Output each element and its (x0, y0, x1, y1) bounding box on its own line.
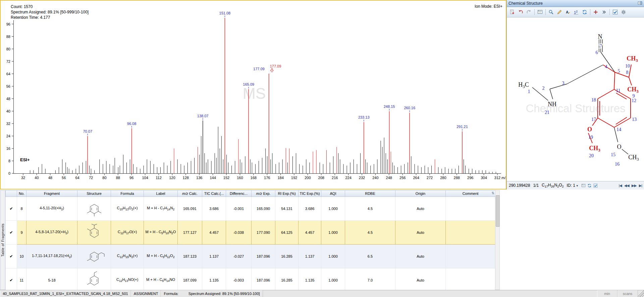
column-filter-icon[interactable]: ⇅ (492, 191, 494, 195)
fragment-row-8[interactable]: ✔84-5,11-20(+H2)C10H13O2(+)M + H - C7H14… (6, 197, 495, 221)
bond (598, 118, 614, 127)
spectrum-panel: MS08162432404856647280889632404856647280… (0, 0, 506, 189)
redo-button[interactable] (525, 8, 533, 16)
header-fragment[interactable]: Fragment (26, 190, 77, 197)
peak-label: 260.16 (404, 106, 415, 110)
header-m-z-calc[interactable]: m/z Calc. (178, 190, 202, 197)
settings-icon (621, 9, 626, 15)
cell-mz-calc: 187.123 (178, 245, 202, 268)
svg-text:80: 80 (6, 47, 10, 51)
periodic-table-button[interactable] (536, 8, 544, 16)
cell-origin: Auto (395, 268, 446, 292)
periodic-table-button[interactable] (581, 183, 586, 188)
add-button[interactable] (592, 8, 600, 16)
header-m-z-exp[interactable]: m/z Exp. (252, 190, 275, 197)
cell-comment (446, 197, 495, 221)
cell-origin: Auto (395, 221, 446, 245)
structure-id-label: ID: 1 (567, 183, 575, 188)
status-spacer (263, 290, 597, 297)
header-tic-exp-%[interactable]: TIC Exp.(%) (299, 190, 321, 197)
svg-text:56: 56 (62, 176, 66, 180)
selected-peak-label: 177.09 (270, 64, 281, 68)
atom-number: 11 (616, 88, 620, 93)
mass-spectrum-chart[interactable]: MS08162432404856647280889632404856647280… (1, 1, 506, 188)
status-mode: ASSIGNMENT (131, 290, 161, 297)
atom-label: O (587, 126, 592, 133)
row-checkbox[interactable]: ✔ (9, 206, 13, 211)
check-structure-icon (612, 9, 618, 15)
peak-label: 70.07 (83, 129, 92, 133)
header-tic-calc[interactable]: TIC Calc.(... (202, 190, 226, 197)
assigned-summary: Spectrum Assigned: 89.1% [50-999/10-100] (189, 292, 260, 296)
refresh-icon (582, 9, 587, 15)
svg-text:160: 160 (237, 176, 243, 180)
header-formula[interactable]: Formula (111, 190, 144, 197)
header-label[interactable]: Label (144, 190, 178, 197)
fragment-structure-thumbnail (82, 270, 106, 289)
structure-canvas[interactable]: Chemical StructuresNCH3​CH3​H3​CNHOCH3​O… (507, 17, 644, 181)
atom-number: 16 (615, 162, 620, 167)
svg-text:104: 104 (142, 176, 148, 180)
header-differenc[interactable]: Differenc... (226, 190, 252, 197)
cell-structure (77, 245, 111, 268)
cell-rdbe: 7.0 (345, 268, 395, 292)
cell-aqi: 1.000 (321, 221, 345, 245)
header-no[interactable]: No. (17, 190, 26, 197)
cell-mz-calc: 187.099 (178, 268, 202, 292)
refresh-icon (587, 183, 592, 188)
zoom-button[interactable] (547, 8, 555, 16)
fragment-row-10[interactable]: ✔101-7,11-14,17-18,21(+H2)C12H15N2(+)M +… (6, 245, 495, 268)
structure-panel-title-bar: Chemical Structure (507, 0, 644, 7)
row-checkbox[interactable]: ✔ (9, 278, 13, 283)
atom-number: 8 (626, 70, 629, 75)
header-rdbe[interactable]: RDBE (345, 190, 395, 197)
atom-number: 7 (600, 44, 602, 49)
check-structure-button[interactable] (611, 8, 619, 16)
nav-last-button[interactable]: ▶| (639, 183, 642, 188)
row-checkbox[interactable]: ✔ (9, 230, 13, 235)
scrollbar-thumb[interactable] (496, 195, 500, 227)
header-aqi[interactable]: AQI (321, 190, 345, 197)
svg-text:112: 112 (156, 176, 162, 180)
pencil-button[interactable] (555, 8, 564, 16)
check-structure-icon (593, 183, 598, 188)
settings-button[interactable] (620, 8, 628, 16)
svg-text:184: 184 (277, 176, 283, 180)
atom-label-button[interactable]: A (564, 8, 572, 16)
numbering-button[interactable]: 12 (572, 8, 580, 16)
header-structure[interactable]: Structure (77, 190, 111, 197)
row-checkbox[interactable]: ✔ (9, 254, 13, 259)
fragment-row-9[interactable]: ✔94-5,8-14,17-20(+H2)C12H17O(+)M + H - C… (6, 221, 495, 245)
structure-id-dropdown[interactable]: ID: 1 ▾ (567, 183, 578, 188)
undo-button[interactable] (517, 8, 525, 16)
export-button[interactable] (508, 8, 516, 16)
table-of-fragments-tab[interactable]: Table of Fragments (0, 190, 5, 290)
header-origin[interactable]: Origin (395, 190, 446, 197)
header-comment[interactable]: Comment⇅ (446, 190, 495, 197)
atom-number: 2 (542, 86, 545, 91)
header-ri-exp-%[interactable]: RI Exp.(%) (275, 190, 299, 197)
atom-number: 17 (591, 117, 596, 122)
atom-number: 18 (591, 97, 596, 102)
table-scrollbar[interactable] (495, 190, 500, 290)
cell-check: ✔ (6, 268, 17, 292)
overflow-button[interactable] (600, 8, 608, 16)
cell-check: ✔ (6, 221, 17, 245)
check-structure-button[interactable] (593, 183, 598, 188)
refresh-button[interactable] (587, 183, 592, 188)
cell-difference: -0.038 (226, 221, 252, 245)
cell-fragment: 4-5,11-20(+H2) (26, 197, 77, 221)
resize-grip[interactable] (638, 290, 644, 297)
cell-ri-exp: 16.285 (275, 245, 299, 268)
svg-text:136: 136 (196, 176, 202, 180)
refresh-button[interactable] (581, 8, 589, 16)
nav-next-button[interactable]: ▶▶ (632, 183, 637, 188)
cell-comment (446, 268, 495, 292)
nav-first-button[interactable]: |◀ (619, 183, 622, 188)
nav-prev-button[interactable]: ◀◀ (624, 183, 629, 188)
atom-number: 5 (618, 69, 620, 74)
svg-text:64: 64 (75, 176, 79, 180)
fragment-row-11[interactable]: ✔115-18C12H13NO(+)M + H - C5H14NO187.099… (6, 268, 495, 292)
cell-check: ✔ (6, 245, 17, 268)
dock-button[interactable] (638, 1, 642, 6)
